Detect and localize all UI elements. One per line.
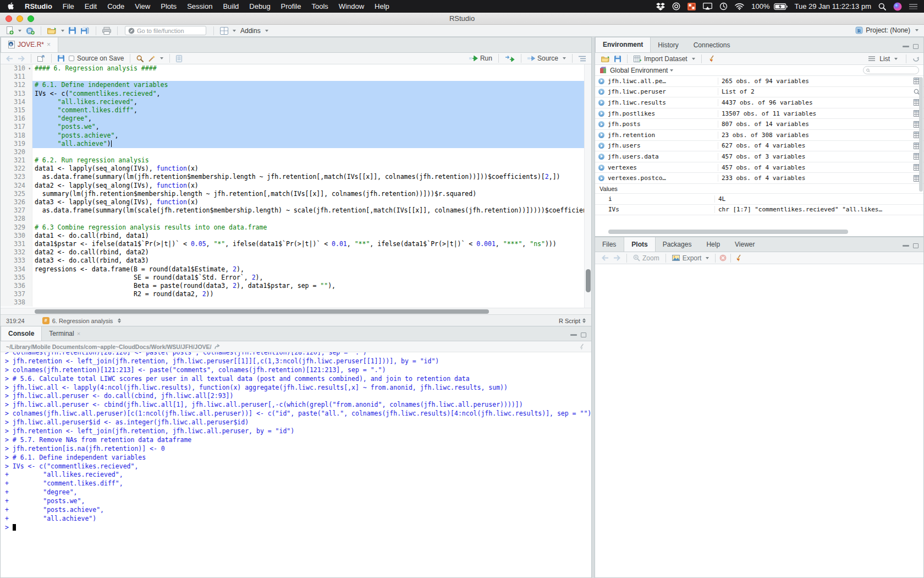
plots-minimize-icon[interactable] — [903, 245, 909, 247]
menu-edit[interactable]: Edit — [85, 2, 97, 10]
code-line[interactable]: 326data3 <- lapply(seq_along(IVs), funct… — [1, 198, 591, 206]
menu-profile[interactable]: Profile — [281, 2, 301, 10]
menu-window[interactable]: Window — [339, 2, 364, 10]
code-line[interactable]: 325 summary(lm(jfh.retention$membership.… — [1, 190, 591, 198]
rerun-button[interactable] — [503, 56, 517, 62]
menu-file[interactable]: File — [63, 2, 74, 10]
new-project-button[interactable]: R — [24, 26, 37, 35]
code-line[interactable]: 315 "comment.likes.diff", — [1, 106, 591, 114]
tab-console[interactable]: Console — [1, 326, 42, 341]
tab-help[interactable]: Help — [699, 237, 728, 252]
expand-object-icon[interactable] — [598, 111, 604, 117]
code-line[interactable]: 313IVs <- c("commentlikes.recieved", — [1, 90, 591, 98]
environment-value-row[interactable]: i4L — [595, 194, 923, 205]
code-line[interactable]: 324data2 <- lapply(seq_along(IVs), funct… — [1, 182, 591, 190]
addins-button[interactable]: Addins — [238, 27, 271, 35]
do-not-disturb-icon[interactable] — [672, 2, 680, 10]
code-line[interactable]: 317 "posts.we", — [1, 123, 591, 131]
zoom-plot-button[interactable]: Zoom — [631, 254, 662, 262]
console-output[interactable]: > colnames(jfh.retention)[28:120] <- pas… — [1, 352, 591, 578]
vscroll-thumb[interactable] — [586, 269, 591, 292]
menu-rstudio[interactable]: RStudio — [25, 2, 52, 10]
new-file-button[interactable] — [4, 26, 24, 35]
time-machine-icon[interactable] — [719, 2, 728, 10]
expand-object-icon[interactable] — [598, 165, 604, 171]
clear-environment-button[interactable] — [706, 55, 718, 62]
pane-layout-button[interactable] — [218, 27, 238, 35]
code-line[interactable]: 320 — [1, 148, 591, 156]
plots-maximize-icon[interactable] — [913, 243, 919, 248]
tab-connections[interactable]: Connections — [686, 38, 738, 52]
expand-object-icon[interactable] — [598, 132, 604, 138]
remove-plot-button[interactable] — [719, 254, 727, 261]
apple-icon[interactable] — [8, 2, 15, 10]
environment-scope-selector[interactable]: Global Environment — [610, 67, 673, 74]
environment-object-row[interactable]: jfh.liwc.results4437 obs. of 96 variable… — [595, 97, 923, 108]
code-line[interactable]: 336 Beta = paste(round(data3, 2), data1$… — [1, 282, 591, 290]
environment-object-row[interactable]: jfh.users.data457 obs. of 3 variables — [595, 151, 923, 162]
environment-object-row[interactable]: jfh.liwc.peruserList of 2 — [595, 87, 923, 98]
save-all-button[interactable] — [78, 27, 92, 35]
code-line[interactable]: 334regressions <- data.frame(B = round(d… — [1, 265, 591, 274]
code-line[interactable]: 310▾#### 6. Regression analysis #### — [1, 64, 591, 73]
environment-minimize-icon[interactable] — [903, 46, 909, 47]
environment-object-row[interactable]: vertexes.postco…233 obs. of 4 variables — [595, 173, 923, 184]
source-button[interactable]: Source — [525, 54, 568, 62]
code-line[interactable]: 327 as.data.frame(summary(lm(scale(jfh.r… — [1, 206, 591, 215]
document-outline-button[interactable] — [576, 56, 588, 62]
nav-forward-button[interactable] — [15, 56, 27, 62]
app-grid-icon[interactable] — [688, 3, 696, 10]
dropbox-icon[interactable] — [656, 3, 665, 10]
expand-object-icon[interactable] — [598, 89, 604, 95]
tab-terminal[interactable]: Terminal × — [42, 326, 88, 341]
find-replace-button[interactable] — [134, 55, 146, 62]
project-chooser[interactable]: R Project: (None) — [855, 26, 919, 34]
code-line[interactable]: 316 "degree", — [1, 114, 591, 123]
import-dataset-button[interactable]: Import Dataset — [631, 55, 697, 63]
environment-hscroll-thumb[interactable] — [608, 230, 848, 234]
code-line[interactable]: 337 R2 = round(data2, 2)) — [1, 290, 591, 298]
editor-tab-close-icon[interactable]: × — [47, 41, 51, 48]
save-workspace-button[interactable] — [612, 56, 623, 62]
menu-view[interactable]: View — [135, 2, 150, 10]
expand-object-icon[interactable] — [598, 78, 604, 84]
expand-object-icon[interactable] — [598, 175, 604, 181]
previous-plot-button[interactable] — [600, 255, 611, 261]
code-line[interactable]: 332data2 <- do.call(rbind, data2) — [1, 248, 591, 257]
go-to-directory-icon[interactable] — [215, 344, 221, 350]
export-plot-button[interactable]: Export — [670, 254, 712, 262]
next-plot-button[interactable] — [611, 255, 623, 261]
environment-object-row[interactable]: jfh.users627 obs. of 4 variables — [595, 141, 923, 152]
code-line[interactable]: 323 as.data.frame(summary(lm(jfh.retenti… — [1, 173, 591, 181]
environment-maximize-icon[interactable] — [913, 44, 919, 49]
tab-viewer[interactable]: Viewer — [728, 237, 762, 252]
view-mode-selector[interactable]: List — [877, 55, 900, 63]
code-line[interactable]: 319 "all.achieve") — [1, 140, 591, 148]
section-navigator[interactable]: # 6. Regression analysis — [42, 317, 122, 324]
tab-plots[interactable]: Plots — [624, 237, 655, 252]
expand-object-icon[interactable] — [598, 121, 604, 127]
editor-horizontal-scrollbar[interactable] — [1, 308, 591, 314]
environment-object-row[interactable]: jfh.postlikes13507 obs. of 11 variables — [595, 108, 923, 119]
code-line[interactable]: 321# 6.2. Run regression analysis — [1, 156, 591, 165]
code-line[interactable]: 335 SE = round(data1$`Std. Error`, 2), — [1, 274, 591, 282]
editor-tab-jove[interactable]: R JOVE.R* × — [1, 37, 58, 52]
goto-file-input[interactable] — [137, 28, 202, 34]
notification-center-icon[interactable] — [909, 3, 917, 10]
environment-object-row[interactable]: jfh.posts807 obs. of 14 variables — [595, 119, 923, 130]
code-line[interactable]: 318 "posts.achieve", — [1, 132, 591, 140]
terminal-close-icon[interactable]: × — [77, 330, 80, 337]
menu-plots[interactable]: Plots — [161, 2, 177, 10]
expand-object-icon[interactable] — [598, 154, 604, 160]
menu-debug[interactable]: Debug — [249, 2, 270, 10]
run-button[interactable]: Run — [467, 54, 494, 62]
menu-tools[interactable]: Tools — [311, 2, 328, 10]
code-line[interactable]: 328 — [1, 215, 591, 223]
console-maximize-icon[interactable] — [581, 332, 586, 337]
siri-icon[interactable] — [893, 2, 902, 11]
code-line[interactable]: 314 "all.likes.recieved", — [1, 98, 591, 106]
menu-code[interactable]: Code — [107, 2, 124, 10]
environment-search-input[interactable] — [872, 67, 916, 73]
nav-back-button[interactable] — [4, 56, 15, 62]
code-line[interactable]: 330data1 <- do.call(rbind, data1) — [1, 232, 591, 240]
